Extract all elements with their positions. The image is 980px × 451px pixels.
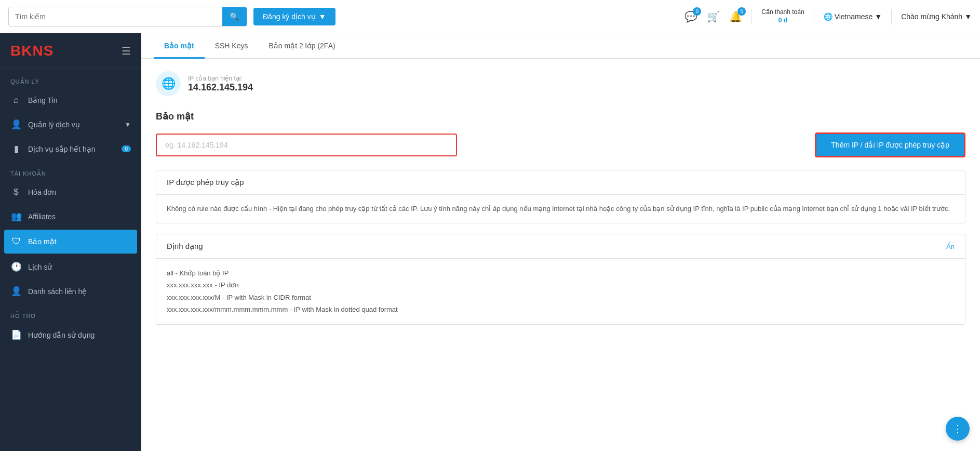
ip-allowed-header: IP được phép truy cập: [156, 170, 965, 195]
search-input[interactable]: [9, 8, 222, 25]
chevron-icon: ▼: [125, 121, 131, 128]
main-content: Bảo mật SSH Keys Bảo mật 2 lớp (2FA) 🌐 I…: [141, 33, 980, 451]
ip-label: IP của bạn hiện tại:: [188, 75, 253, 82]
language-button[interactable]: 🌐 Vietnamese ▼: [824, 12, 882, 21]
cart-button[interactable]: 🛒: [707, 10, 720, 23]
format-body: all - Khớp toàn bộ IP xxx.xxx.xxx.xxx - …: [156, 259, 965, 324]
section-ho-tro-label: HỖ TRỢ: [0, 303, 141, 323]
ip-allowed-section: IP được phép truy cập Không có rule nào …: [156, 170, 965, 223]
tab-bao-mat[interactable]: Bảo mật: [154, 33, 205, 59]
dollar-icon: $: [10, 187, 22, 197]
format2: xxx.xxx.xxx.xxx - IP đơn: [167, 279, 955, 291]
search-button[interactable]: 🔍: [222, 7, 247, 26]
sidebar-item-lich-su[interactable]: 🕐 Lịch sử: [0, 255, 141, 279]
sidebar-item-quan-ly-dich-vu[interactable]: 👤 Quản lý dịch vụ ▼: [0, 112, 141, 137]
sidebar-item-danh-sach-lien-he[interactable]: 👤 Danh sách liên hệ: [0, 279, 141, 303]
ip-avatar: 🌐: [156, 71, 181, 96]
shield-icon: 🛡: [10, 236, 22, 247]
sidebar: BKNS ☰ QUẢN LÝ ⌂ Bảng Tin 👤 Quản lý dịch…: [0, 33, 141, 451]
divider3: [891, 9, 892, 24]
add-ip-button[interactable]: Thêm IP / dải IP được phép truy cập: [815, 132, 965, 157]
payment-amount: 0 đ: [778, 17, 787, 25]
tab-ssh-keys[interactable]: SSH Keys: [205, 33, 259, 59]
section-tai-khoan-label: TÀI KHOẢN: [0, 161, 141, 180]
topbar: 🔍 Đăng ký dịch vụ ▼ 💬 0 🛒 🔔 5 Cần thanh …: [0, 0, 980, 33]
ip-info-text: IP của bạn hiện tại: 14.162.145.194: [188, 75, 253, 93]
home-icon: ⌂: [10, 95, 22, 105]
chat-bubble-icon: ⋮: [952, 422, 963, 435]
sidebar-item-dich-vu-sap-het-han[interactable]: ▮ Dịch vụ sắp hết hạn 0: [0, 137, 141, 161]
user-chevron-icon: ▼: [964, 12, 972, 21]
payment-button[interactable]: Cần thanh toán 0 đ: [761, 8, 804, 24]
divider1: [751, 9, 752, 24]
people-icon: 👥: [10, 211, 22, 222]
sidebar-item-hoa-don[interactable]: $ Hóa đơn: [0, 180, 141, 204]
content-area: Bảo mật SSH Keys Bảo mật 2 lớp (2FA) 🌐 I…: [141, 33, 980, 451]
dich-vu-badge: 0: [122, 145, 131, 152]
chevron-down-icon: ▼: [319, 12, 326, 21]
format-section: Định dạng Ẩn all - Khớp toàn bộ IP xxx.x…: [156, 234, 965, 325]
notification-button[interactable]: 🔔 5: [729, 10, 742, 23]
sidebar-item-bao-mat[interactable]: 🛡 Bảo mật: [4, 230, 137, 254]
tab-2fa[interactable]: Bảo mật 2 lớp (2FA): [258, 33, 345, 59]
chat-icon-button[interactable]: 💬 0: [684, 10, 697, 23]
bar-chart-icon: ▮: [10, 143, 22, 154]
payment-label: Cần thanh toán: [761, 8, 804, 17]
format3: xxx.xxx.xxx.xxx/M - IP with Mask in CIDR…: [167, 291, 955, 303]
logo: BKNS: [10, 43, 53, 59]
sidebar-item-affiliates[interactable]: 👥 Affiliates: [0, 204, 141, 229]
clock-icon: 🕐: [10, 261, 22, 272]
format4: xxx.xxx.xxx.xxx/mmm.mmm.mmm.mmm - IP wit…: [167, 303, 955, 315]
register-button[interactable]: Đăng ký dịch vụ ▼: [253, 8, 335, 25]
content-body: 🌐 IP của bạn hiện tại: 14.162.145.194 Bả…: [141, 59, 980, 348]
contact-icon: 👤: [10, 286, 22, 297]
divider2: [814, 9, 814, 24]
ip-allowed-body: Không có rule nào được cấu hình - Hiện t…: [156, 195, 965, 223]
globe-icon: 🌐: [824, 12, 833, 21]
sidebar-item-huong-dan[interactable]: 📄 Hướng dẫn sử dụng: [0, 323, 141, 347]
book-icon: 📄: [10, 329, 22, 340]
format1: all - Khớp toàn bộ IP: [167, 267, 955, 279]
chat-badge: 0: [693, 7, 701, 16]
ip-value: 14.162.145.194: [188, 82, 253, 93]
chat-bubble[interactable]: ⋮: [946, 417, 970, 441]
an-link[interactable]: Ẩn: [946, 243, 955, 250]
sidebar-logo-area: BKNS ☰: [0, 33, 141, 69]
search-container: 🔍: [8, 7, 247, 26]
topbar-icons: 💬 0 🛒 🔔 5 Cần thanh toán 0 đ 🌐 Vietnames…: [684, 8, 972, 24]
ip-input-row: Thêm IP / dải IP được phép truy cập: [156, 132, 965, 157]
layout: BKNS ☰ QUẢN LÝ ⌂ Bảng Tin 👤 Quản lý dịch…: [0, 33, 980, 451]
user-button[interactable]: Chào mừng Khánh ▼: [901, 12, 972, 21]
hamburger-button[interactable]: ☰: [122, 45, 131, 57]
section-quan-ly-label: QUẢN LÝ: [0, 69, 141, 88]
notification-badge: 5: [737, 7, 746, 16]
network-icon: 🌐: [162, 77, 176, 90]
tabs-bar: Bảo mật SSH Keys Bảo mật 2 lớp (2FA): [141, 33, 980, 59]
ip-info-box: 🌐 IP của bạn hiện tại: 14.162.145.194: [156, 71, 965, 96]
security-section-title: Bảo mật: [156, 111, 965, 122]
format-header: Định dạng Ẩn: [156, 234, 965, 259]
ip-input[interactable]: [156, 134, 457, 156]
lang-chevron-icon: ▼: [875, 12, 882, 21]
sidebar-item-bang-tin[interactable]: ⌂ Bảng Tin: [0, 88, 141, 112]
user-circle-icon: 👤: [10, 119, 22, 130]
cart-icon: 🛒: [707, 10, 720, 23]
